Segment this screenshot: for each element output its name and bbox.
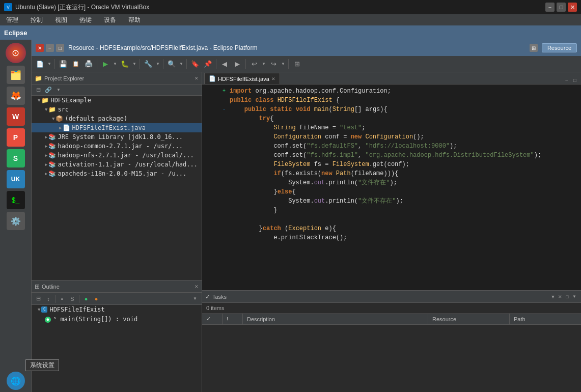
tree-item-apacheds[interactable]: ▶ 📚 apacheds-i18n-2.0.0-M15.jar - /u... xyxy=(32,169,202,178)
outline-static-btn[interactable]: S xyxy=(68,294,77,303)
project-explorer-title: Project Explorer xyxy=(44,75,195,81)
maximize-button[interactable]: □ xyxy=(557,3,566,12)
toolbar-next-btn[interactable]: ▶ xyxy=(231,58,243,70)
pe-collapse-btn[interactable]: ⊟ xyxy=(34,86,43,95)
tree-item-hdfsexample[interactable]: ▼ 📁 HDFSExample xyxy=(32,96,202,105)
resource-button[interactable]: Resource xyxy=(542,43,577,52)
sidebar-settings-icon[interactable]: ⚙️ xyxy=(7,212,25,230)
tree-item-default-pkg[interactable]: ▼ 📦 (default package) xyxy=(32,114,202,123)
menu-item-hotkey[interactable]: 热键 xyxy=(77,15,94,25)
toolbar-run-dropdown[interactable]: ▼ xyxy=(112,58,118,70)
tree-item-hdfs-file[interactable]: ▶ 📄 HDFSFileIfExist.java xyxy=(32,123,202,132)
tree-item-src[interactable]: ▼ 📁 src xyxy=(32,105,202,114)
apacheds-label: apacheds-i18n-2.0.0-M15.jar - /u... xyxy=(58,170,186,177)
toolbar-bookmark-btn[interactable]: 🔖 xyxy=(189,58,201,70)
editor-maximize-btn[interactable]: □ xyxy=(571,76,579,84)
eclipse-inner-title: ✕ − □ Resource - HDFSExample/src/HDFSFil… xyxy=(32,40,581,56)
menu-item-view[interactable]: 视图 xyxy=(53,15,69,25)
toolbar-save-btn[interactable]: 💾 xyxy=(57,58,69,70)
eclipse-maximize-icon[interactable]: ⊞ xyxy=(530,44,538,52)
tree-item-jre[interactable]: ▶ 📚 JRE System Library [jdk1.8.0_16... xyxy=(32,132,202,142)
outline-fields-btn[interactable]: ▪ xyxy=(58,294,67,303)
window-title-bar: V Ubuntu (Slave) [正在运行] - Oracle VM Virt… xyxy=(0,0,581,14)
outline-sort-btn[interactable]: ↕ xyxy=(44,294,53,303)
tree-item-hadoop-common[interactable]: ▶ 📚 hadoop-common-2.7.1.jar - /usr/... xyxy=(32,142,202,151)
outline-menu-btn[interactable]: ▼ xyxy=(190,294,200,303)
toolbar-new-btn[interactable]: 📄 xyxy=(34,58,46,70)
toolbar-back-btn[interactable]: ↩ xyxy=(248,58,260,70)
toolbar-debug-dropdown[interactable]: ▼ xyxy=(131,58,137,70)
hadoop-common-label: hadoop-common-2.7.1.jar - /usr/... xyxy=(58,143,183,150)
toolbar-forward-dropdown[interactable]: ▼ xyxy=(280,58,286,70)
close-button[interactable]: ✕ xyxy=(568,3,577,12)
menu-item-device[interactable]: 设备 xyxy=(102,15,118,25)
default-pkg-label: (default package) xyxy=(65,115,127,122)
eclipse-taskbar: Eclipse xyxy=(0,25,581,40)
editor-section: 📄 HDFSFileIfExist.java ✕ − □ + import or… xyxy=(202,72,581,392)
outline-close[interactable]: ✕ xyxy=(195,284,199,289)
toolbar-save-all-btn[interactable]: 📋 xyxy=(70,58,82,70)
sidebar-firefox-icon[interactable]: 🦊 xyxy=(7,87,25,105)
outline-title: Outline xyxy=(42,284,195,290)
outline-method-item[interactable]: ● ˢ main(String[]) : void xyxy=(32,314,202,324)
project-explorer-close[interactable]: ✕ xyxy=(195,76,199,81)
code-line-8: conf.set("fs.hdfs.impl", "org.apache.had… xyxy=(202,151,581,160)
toolbar-btn3[interactable]: 🔧 xyxy=(142,58,154,70)
sidebar-terminal-icon[interactable]: $_ xyxy=(7,191,25,209)
outline-collapse-btn[interactable]: ⊟ xyxy=(34,294,43,303)
toolbar-search-dropdown[interactable]: ▼ xyxy=(178,58,184,70)
tasks-minimize-btn[interactable]: ▼ xyxy=(549,293,557,300)
tasks-col-check: ✓ xyxy=(202,314,223,324)
outline-pub-btn[interactable]: ● xyxy=(81,294,91,303)
tree-item-hadoop-nfs[interactable]: ▶ 📚 hadoop-nfs-2.7.1.jar - /usr/local/..… xyxy=(32,151,202,160)
sidebar-network-icon[interactable]: 🌐 xyxy=(7,372,25,390)
toolbar-prev-btn[interactable]: ◀ xyxy=(218,58,231,70)
pe-link-btn[interactable]: 🔗 xyxy=(44,86,53,95)
toolbar-zoom-btn[interactable]: ⊞ xyxy=(291,58,303,70)
outline-sep2 xyxy=(79,295,79,303)
editor-tab-close[interactable]: ✕ xyxy=(271,76,275,81)
toolbar-print-btn[interactable]: 🖨️ xyxy=(82,58,95,70)
left-panels: 📁 Project Explorer ✕ ⊟ 🔗 ▼ ▼ xyxy=(32,72,202,392)
pe-menu-btn[interactable]: ▼ xyxy=(54,86,63,95)
tasks-body xyxy=(202,325,581,392)
code-line-10: if(fs.exists(new Path(fileName))){ xyxy=(202,169,581,178)
editor-tab-hdfs[interactable]: 📄 HDFSFileIfExist.java ✕ xyxy=(204,73,280,84)
project-explorer-panel: 📁 Project Explorer ✕ ⊟ 🔗 ▼ ▼ xyxy=(32,72,202,280)
menu-item-help[interactable]: 帮助 xyxy=(126,15,143,25)
eclipse-close-btn[interactable]: ✕ xyxy=(36,44,44,52)
toolbar-dropdown3[interactable]: ▼ xyxy=(155,58,161,70)
toolbar-back-dropdown[interactable]: ▼ xyxy=(261,58,267,70)
toolbar-mark-btn[interactable]: 📌 xyxy=(202,58,214,70)
toolbar-search-btn[interactable]: 🔍 xyxy=(165,58,178,70)
tasks-max-btn[interactable]: □ xyxy=(564,293,571,300)
ubuntu-sidebar: ⊙ 🗂️ 🦊 W P S UK $_ ⚙️ 系统设置 🌐 xyxy=(0,40,32,392)
tasks-close-btn[interactable]: ✕ xyxy=(557,293,564,300)
ubuntu-home-icon[interactable]: ⊙ xyxy=(6,43,26,63)
outline-class-label: HDFSFileIfExist xyxy=(49,306,104,313)
tree-item-activation[interactable]: ▶ 📚 activation-1.1.jar - /usr/local/had.… xyxy=(32,160,202,169)
sidebar-wps-icon[interactable]: W xyxy=(7,107,25,126)
sidebar-pdf-icon[interactable]: P xyxy=(7,128,25,147)
sidebar-calc-icon[interactable]: S xyxy=(7,149,25,167)
toolbar-forward-btn[interactable]: ↪ xyxy=(267,58,280,70)
editor-minimize-btn[interactable]: − xyxy=(563,76,571,84)
eclipse-min-btn[interactable]: − xyxy=(46,44,54,52)
code-line-1: + import org.apache.hadoop.conf.Configur… xyxy=(202,87,581,96)
outline-other-btn[interactable]: ● xyxy=(92,294,101,303)
toolbar-dropdown-new[interactable]: ▼ xyxy=(46,58,52,70)
menu-item-manage[interactable]: 管理 xyxy=(4,15,20,25)
tasks-menu-btn[interactable]: ▼ xyxy=(571,293,578,300)
code-editor[interactable]: + import org.apache.hadoop.conf.Configur… xyxy=(202,85,581,290)
eclipse-max-btn[interactable]: □ xyxy=(56,44,64,52)
project-explorer-header: 📁 Project Explorer ✕ xyxy=(32,72,202,85)
toolbar-debug-btn[interactable]: 🐛 xyxy=(119,58,131,70)
outline-class-item[interactable]: ▼ C HDFSFileIfExist xyxy=(32,305,202,314)
sidebar-uk-icon[interactable]: UK xyxy=(7,170,25,188)
minimize-button[interactable]: − xyxy=(545,3,555,12)
menu-item-control[interactable]: 控制 xyxy=(29,15,45,25)
toolbar-run-btn[interactable]: ▶ xyxy=(99,58,112,70)
sidebar-files-icon[interactable]: 🗂️ xyxy=(7,66,25,84)
tasks-col-description: Description xyxy=(243,314,428,324)
code-line-2: public class HDFSFileIfExist { xyxy=(202,96,581,105)
